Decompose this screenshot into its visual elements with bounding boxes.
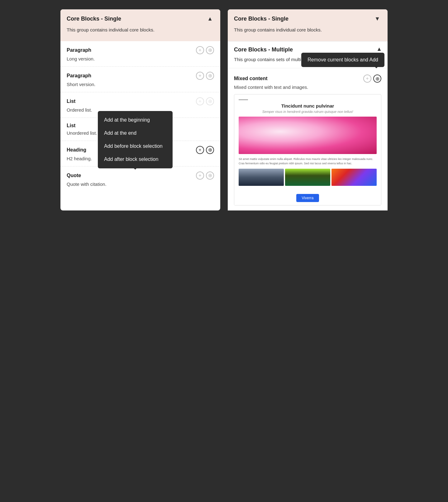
block-title-paragraph-2: Paragraph (67, 73, 91, 79)
preview-thumb-3 (331, 169, 377, 186)
viverra-button[interactable]: Viverra (296, 194, 319, 202)
add-block-btn-mixed-content[interactable]: + (363, 75, 371, 83)
right-panel-body: ▲ Core Blocks - Multiple This group cont… (228, 41, 388, 211)
block-actions-mixed-content: + ⊕ (363, 75, 381, 83)
block-actions-quote: + ⊕ (196, 171, 214, 180)
dropdown-item-end[interactable]: Add at the end (98, 127, 173, 140)
block-item-list-ordered: List + ⊕ Ordered list. Add at the beginn… (60, 92, 220, 118)
preview-inner: Tincidunt nunc pulvinar Semper risus in … (234, 94, 381, 191)
preview-thumb-2 (285, 169, 330, 186)
left-panel-header: ▲ Core Blocks - Single This group contai… (60, 9, 220, 41)
block-actions-heading: + ⊕ (196, 146, 214, 154)
block-desc-paragraph-2: Short version. (67, 82, 214, 87)
left-panel-title: Core Blocks - Single (67, 16, 214, 22)
second-section-title: Core Blocks - Multiple (234, 46, 381, 53)
preview-title: Tincidunt nunc pulvinar (239, 103, 377, 109)
preview-line-decoration (239, 99, 248, 100)
block-desc-paragraph-1: Long version. (67, 56, 214, 61)
block-item-quote: Quote + ⊕ Quote with citation. (60, 167, 220, 192)
tooltip-text: Remove current blocks and Add (307, 57, 378, 62)
add-position-dropdown: Add at the beginning Add at the end Add … (98, 111, 173, 168)
block-title-paragraph-1: Paragraph (67, 47, 91, 53)
cherry-blossom-image (239, 117, 377, 154)
left-panel-body: Paragraph + ⊕ Long version. Paragraph + … (60, 41, 220, 192)
left-panel: ▲ Core Blocks - Single This group contai… (60, 9, 220, 210)
block-title-list-ordered: List (67, 99, 75, 104)
add-block-btn-heading[interactable]: + (196, 146, 204, 154)
preview-images-row (239, 169, 377, 186)
add-block-circle-btn-heading[interactable]: ⊕ (206, 146, 214, 154)
block-title-list-unordered: List (67, 123, 75, 128)
block-title-mixed-content: Mixed content (234, 76, 268, 81)
left-panel-desc: This group contains individual core bloc… (67, 27, 214, 34)
dropdown-item-before[interactable]: Add before block selection (98, 140, 173, 153)
block-actions-paragraph-1: + ⊕ (196, 46, 214, 54)
right-panel: ▼ Core Blocks - Single This group contai… (228, 9, 388, 210)
block-actions-list-ordered: + ⊕ (196, 97, 214, 105)
block-desc-mixed-content: Mixed content with text and images. (234, 84, 381, 90)
right-panel-first-toggle[interactable]: ▼ (373, 15, 382, 23)
left-panel-toggle[interactable]: ▲ (205, 15, 215, 23)
add-block-btn-quote[interactable]: + (196, 171, 204, 180)
block-item-paragraph-2: Paragraph + ⊕ Short version. (60, 67, 220, 92)
block-title-heading: Heading (67, 147, 86, 153)
preview-subtitle: Semper risus in hendrerit gravida rutrum… (239, 110, 377, 113)
add-block-circle-btn-paragraph-2[interactable]: ⊕ (206, 72, 214, 80)
remove-and-add-tooltip: Remove current blocks and Add (301, 53, 384, 67)
panels-container: ▲ Core Blocks - Single This group contai… (60, 9, 388, 210)
right-panel-first-desc: This group contains individual core bloc… (234, 27, 381, 34)
second-section-toggle[interactable]: ▲ (376, 46, 382, 52)
add-block-circle-btn-quote[interactable]: ⊕ (206, 171, 214, 180)
right-panel-first-section: ▼ Core Blocks - Single This group contai… (228, 9, 388, 41)
preview-text-block: Sit amet mattis vulputate enim nulla ali… (239, 157, 377, 166)
mixed-content-preview: Tincidunt nunc pulvinar Semper risus in … (234, 94, 381, 205)
block-desc-quote: Quote with citation. (67, 181, 214, 187)
add-block-circle-btn-paragraph-1[interactable]: ⊕ (206, 46, 214, 54)
dropdown-item-after[interactable]: Add after block selection (98, 153, 173, 166)
right-panel-first-title: Core Blocks - Single (234, 16, 381, 22)
add-block-btn-paragraph-1[interactable]: + (196, 46, 204, 54)
block-title-quote: Quote (67, 173, 81, 178)
preview-footer: Viverra (234, 191, 381, 205)
add-block-circle-btn-list-ordered[interactable]: ⊕ (206, 97, 214, 105)
add-block-btn-list-ordered[interactable]: + (196, 97, 204, 105)
block-actions-paragraph-2: + ⊕ (196, 72, 214, 80)
add-block-btn-paragraph-2[interactable]: + (196, 72, 204, 80)
preview-main-image (239, 117, 377, 154)
block-item-mixed-content: Remove current blocks and Add Mixed cont… (228, 68, 388, 210)
dropdown-item-beginning[interactable]: Add at the beginning (98, 113, 173, 127)
block-item-paragraph-1: Paragraph + ⊕ Long version. (60, 41, 220, 67)
preview-thumb-1 (239, 169, 284, 186)
add-block-circle-btn-mixed-content[interactable]: ⊕ (373, 75, 381, 83)
